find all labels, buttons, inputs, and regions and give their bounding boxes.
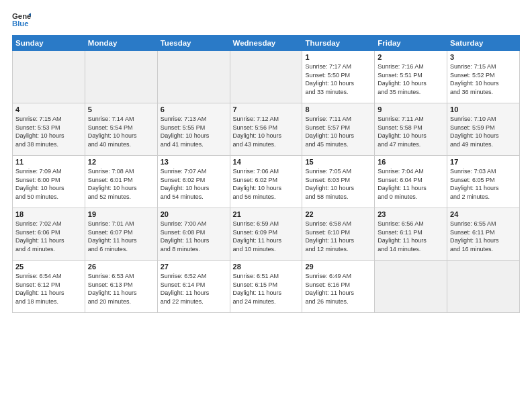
day-number: 10: [450, 105, 517, 113]
day-info: Sunrise: 7:08 AM Sunset: 6:01 PM Dayligh…: [88, 167, 154, 201]
calendar-cell: 22Sunrise: 6:58 AM Sunset: 6:10 PM Dayli…: [302, 208, 375, 261]
calendar-cell: [157, 51, 230, 103]
day-number: 17: [450, 158, 517, 166]
calendar-cell: [13, 51, 85, 103]
calendar-cell: 5Sunrise: 7:14 AM Sunset: 5:54 PM Daylig…: [85, 103, 157, 156]
calendar-cell: 4Sunrise: 7:15 AM Sunset: 5:53 PM Daylig…: [13, 103, 85, 156]
day-number: 25: [15, 263, 82, 271]
day-number: 21: [233, 210, 300, 218]
day-info: Sunrise: 6:55 AM Sunset: 6:11 PM Dayligh…: [450, 220, 517, 253]
day-info: Sunrise: 7:16 AM Sunset: 5:51 PM Dayligh…: [378, 62, 444, 96]
day-number: 24: [450, 210, 517, 218]
day-info: Sunrise: 7:11 AM Sunset: 5:57 PM Dayligh…: [305, 115, 371, 148]
calendar-cell: 23Sunrise: 6:56 AM Sunset: 6:11 PM Dayli…: [375, 208, 447, 261]
svg-text:Blue: Blue: [12, 19, 29, 28]
day-number: 4: [15, 105, 82, 113]
calendar-cell: 26Sunrise: 6:53 AM Sunset: 6:13 PM Dayli…: [85, 261, 157, 313]
day-number: 6: [161, 105, 227, 113]
day-number: 15: [305, 158, 371, 166]
day-info: Sunrise: 6:54 AM Sunset: 6:12 PM Dayligh…: [15, 272, 82, 306]
day-number: 12: [88, 158, 154, 166]
day-info: Sunrise: 7:10 AM Sunset: 5:59 PM Dayligh…: [450, 115, 517, 148]
day-info: Sunrise: 6:59 AM Sunset: 6:09 PM Dayligh…: [233, 220, 300, 253]
calendar-cell: 3Sunrise: 7:15 AM Sunset: 5:52 PM Daylig…: [447, 51, 520, 103]
col-header-wednesday: Wednesday: [230, 36, 302, 51]
day-info: Sunrise: 6:49 AM Sunset: 6:16 PM Dayligh…: [305, 272, 371, 306]
day-number: 16: [378, 158, 444, 166]
day-number: 2: [378, 53, 444, 61]
calendar-cell: 18Sunrise: 7:02 AM Sunset: 6:06 PM Dayli…: [13, 208, 85, 261]
day-number: 13: [161, 158, 227, 166]
week-row-3: 11Sunrise: 7:09 AM Sunset: 6:00 PM Dayli…: [13, 156, 520, 208]
day-info: Sunrise: 6:53 AM Sunset: 6:13 PM Dayligh…: [88, 272, 154, 306]
day-info: Sunrise: 7:01 AM Sunset: 6:07 PM Dayligh…: [88, 220, 154, 253]
calendar-cell: 29Sunrise: 6:49 AM Sunset: 6:16 PM Dayli…: [302, 261, 375, 313]
week-row-1: 1Sunrise: 7:17 AM Sunset: 5:50 PM Daylig…: [13, 51, 520, 103]
week-row-2: 4Sunrise: 7:15 AM Sunset: 5:53 PM Daylig…: [13, 103, 520, 156]
calendar-cell: 2Sunrise: 7:16 AM Sunset: 5:51 PM Daylig…: [375, 51, 447, 103]
calendar-cell: [447, 261, 520, 313]
day-number: 8: [305, 105, 371, 113]
col-header-friday: Friday: [375, 36, 447, 51]
calendar-cell: 27Sunrise: 6:52 AM Sunset: 6:14 PM Dayli…: [157, 261, 230, 313]
calendar-cell: 11Sunrise: 7:09 AM Sunset: 6:00 PM Dayli…: [13, 156, 85, 208]
day-number: 5: [88, 105, 154, 113]
calendar-cell: 24Sunrise: 6:55 AM Sunset: 6:11 PM Dayli…: [447, 208, 520, 261]
day-info: Sunrise: 7:17 AM Sunset: 5:50 PM Dayligh…: [305, 62, 371, 96]
day-info: Sunrise: 7:02 AM Sunset: 6:06 PM Dayligh…: [15, 220, 82, 253]
calendar-cell: 8Sunrise: 7:11 AM Sunset: 5:57 PM Daylig…: [302, 103, 375, 156]
calendar-cell: [375, 261, 447, 313]
calendar-cell: 21Sunrise: 6:59 AM Sunset: 6:09 PM Dayli…: [230, 208, 302, 261]
day-info: Sunrise: 7:14 AM Sunset: 5:54 PM Dayligh…: [88, 115, 154, 148]
calendar-cell: 17Sunrise: 7:03 AM Sunset: 6:05 PM Dayli…: [447, 156, 520, 208]
logo-icon: General Blue: [12, 11, 31, 30]
col-header-monday: Monday: [85, 36, 157, 51]
day-number: 23: [378, 210, 444, 218]
day-number: 18: [15, 210, 82, 218]
day-number: 27: [161, 263, 227, 271]
day-info: Sunrise: 6:56 AM Sunset: 6:11 PM Dayligh…: [378, 220, 444, 253]
week-row-4: 18Sunrise: 7:02 AM Sunset: 6:06 PM Dayli…: [13, 208, 520, 261]
day-number: 26: [88, 263, 154, 271]
col-header-tuesday: Tuesday: [157, 36, 230, 51]
day-number: 29: [305, 263, 371, 271]
col-header-saturday: Saturday: [447, 36, 520, 51]
calendar-cell: 14Sunrise: 7:06 AM Sunset: 6:02 PM Dayli…: [230, 156, 302, 208]
day-info: Sunrise: 6:51 AM Sunset: 6:15 PM Dayligh…: [233, 272, 300, 306]
day-info: Sunrise: 6:58 AM Sunset: 6:10 PM Dayligh…: [305, 220, 371, 253]
day-info: Sunrise: 7:12 AM Sunset: 5:56 PM Dayligh…: [233, 115, 300, 148]
header: General Blue: [12, 11, 520, 30]
calendar-cell: 16Sunrise: 7:04 AM Sunset: 6:04 PM Dayli…: [375, 156, 447, 208]
day-info: Sunrise: 7:13 AM Sunset: 5:55 PM Dayligh…: [161, 115, 227, 148]
calendar-cell: [85, 51, 157, 103]
calendar-cell: 25Sunrise: 6:54 AM Sunset: 6:12 PM Dayli…: [13, 261, 85, 313]
day-number: 11: [15, 158, 82, 166]
calendar-cell: 13Sunrise: 7:07 AM Sunset: 6:02 PM Dayli…: [157, 156, 230, 208]
day-number: 1: [305, 53, 371, 61]
col-header-thursday: Thursday: [302, 36, 375, 51]
header-row: SundayMondayTuesdayWednesdayThursdayFrid…: [13, 36, 520, 51]
day-number: 19: [88, 210, 154, 218]
calendar-cell: 15Sunrise: 7:05 AM Sunset: 6:03 PM Dayli…: [302, 156, 375, 208]
calendar-cell: 12Sunrise: 7:08 AM Sunset: 6:01 PM Dayli…: [85, 156, 157, 208]
day-info: Sunrise: 7:09 AM Sunset: 6:00 PM Dayligh…: [15, 167, 82, 201]
day-number: 14: [233, 158, 300, 166]
day-info: Sunrise: 7:05 AM Sunset: 6:03 PM Dayligh…: [305, 167, 371, 201]
calendar-table: SundayMondayTuesdayWednesdayThursdayFrid…: [12, 35, 520, 313]
day-number: 22: [305, 210, 371, 218]
calendar-cell: 19Sunrise: 7:01 AM Sunset: 6:07 PM Dayli…: [85, 208, 157, 261]
calendar-cell: 9Sunrise: 7:11 AM Sunset: 5:58 PM Daylig…: [375, 103, 447, 156]
calendar-cell: [230, 51, 302, 103]
day-number: 3: [450, 53, 517, 61]
day-number: 20: [161, 210, 227, 218]
day-info: Sunrise: 7:07 AM Sunset: 6:02 PM Dayligh…: [161, 167, 227, 201]
day-number: 28: [233, 263, 300, 271]
calendar-cell: 7Sunrise: 7:12 AM Sunset: 5:56 PM Daylig…: [230, 103, 302, 156]
page: General Blue SundayMondayTuesdayWednesda…: [0, 0, 532, 320]
day-info: Sunrise: 7:15 AM Sunset: 5:53 PM Dayligh…: [15, 115, 82, 148]
day-info: Sunrise: 6:52 AM Sunset: 6:14 PM Dayligh…: [161, 272, 227, 306]
calendar-cell: 1Sunrise: 7:17 AM Sunset: 5:50 PM Daylig…: [302, 51, 375, 103]
col-header-sunday: Sunday: [13, 36, 85, 51]
day-info: Sunrise: 7:11 AM Sunset: 5:58 PM Dayligh…: [378, 115, 444, 148]
week-row-5: 25Sunrise: 6:54 AM Sunset: 6:12 PM Dayli…: [13, 261, 520, 313]
